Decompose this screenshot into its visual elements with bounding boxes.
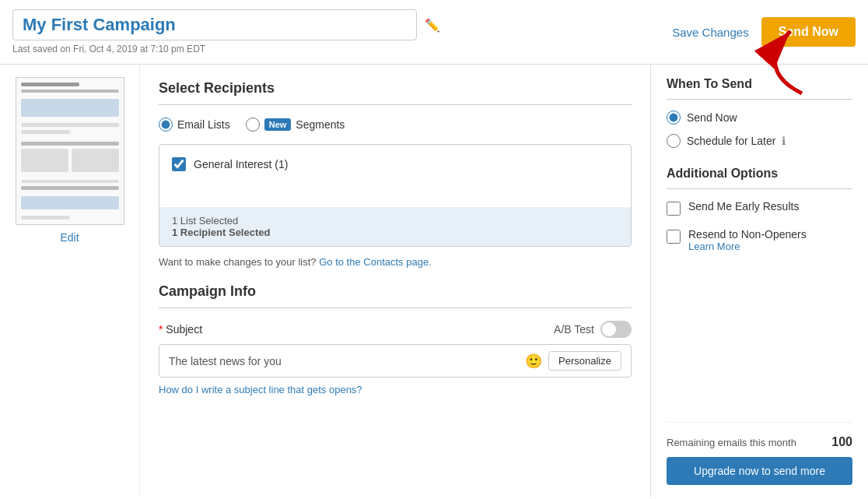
subject-input-row: 🙂 Personalize [159,344,632,378]
contacts-link[interactable]: Go to the Contacts page. [319,256,432,268]
recipients-divider [159,104,632,105]
early-results-label: Send Me Early Results [688,200,799,213]
email-lists-label: Email Lists [177,118,230,131]
emoji-icon[interactable]: 🙂 [525,353,542,370]
early-results-checkbox[interactable] [667,202,681,216]
thumb-image-2 [21,196,119,209]
resend-checkbox[interactable] [667,230,681,244]
personalize-button[interactable]: Personalize [548,351,621,371]
ab-test-row: A/B Test [554,321,632,338]
resend-text: Resend to Non-Openers Learn More [688,228,807,252]
segments-radio[interactable] [246,118,260,132]
thumb-line-2 [21,90,119,93]
list-footer: 1 List Selected 1 Recipient Selected [159,207,631,246]
header: My First Campaign ✏️ Last saved on Fri, … [0,0,868,65]
list-item-row: General Interest (1) [172,157,618,171]
schedule-later-radio-item: Schedule for Later ℹ [667,134,852,148]
schedule-later-radio-label: Schedule for Later [687,135,775,147]
recipients-radio-group: Email Lists New Segments [159,118,632,132]
campaign-info-section: Campaign Info * Subject A/B Test 🙂 Perso… [159,283,632,395]
edit-link[interactable]: Edit [60,231,79,244]
last-saved-text: Last saved on Fri, Oct 4, 2019 at 7:10 p… [12,44,440,54]
schedule-later-radio[interactable] [667,134,681,148]
remaining-row: Remaining emails this month 100 [667,435,852,449]
remaining-label: Remaining emails this month [667,437,796,448]
header-left: My First Campaign ✏️ Last saved on Fri, … [12,9,440,54]
thumb-block-left [21,149,68,172]
subject-input[interactable] [169,355,519,367]
resend-option: Resend to Non-Openers Learn More [667,228,852,252]
ab-test-toggle[interactable] [600,321,632,338]
right-sidebar: When To Send Send Now Schedule for Later… [650,65,868,497]
campaign-info-title: Campaign Info [159,283,632,300]
subject-label-wrapper: * Subject [159,323,202,336]
thumb-image-1 [21,99,119,117]
thumb-line-5 [21,142,119,146]
main-content: Edit Select Recipients Email Lists New S… [0,65,868,497]
contacts-text: Want to make changes to your list? Go to… [159,256,632,268]
email-lists-radio[interactable] [159,118,173,132]
subject-row: * Subject A/B Test [159,321,632,338]
learn-more-link[interactable]: Learn More [688,241,807,252]
campaign-title: My First Campaign [12,9,417,40]
form-panel: Select Recipients Email Lists New Segmen… [140,65,650,497]
upgrade-button[interactable]: Upgrade now to send more [667,457,852,485]
campaign-title-row: My First Campaign ✏️ [12,9,440,40]
list-box-items: General Interest (1) [159,145,631,207]
ab-test-label: A/B Test [554,323,594,336]
additional-options-divider [667,188,852,189]
email-lists-radio-item: Email Lists [159,118,230,132]
send-now-radio-item: Send Now [667,111,852,125]
remaining-count: 100 [831,435,852,449]
thumb-line-4 [21,130,70,134]
send-now-radio-label: Send Now [687,111,737,124]
general-interest-label: General Interest (1) [194,158,288,170]
general-interest-checkbox[interactable] [172,157,186,171]
email-thumbnail [16,77,124,225]
thumb-line-7 [21,186,119,190]
segments-radio-item: New Segments [246,118,345,132]
subject-label: Subject [166,323,202,336]
required-star: * [159,323,163,336]
additional-options-title: Additional Options [667,167,852,181]
thumbnail-panel: Edit [0,65,140,497]
thumb-block [21,149,119,172]
send-now-button[interactable]: Send Now [761,17,856,47]
when-to-send-divider [667,99,852,100]
segments-label: Segments [296,118,345,131]
info-icon[interactable]: ℹ [782,135,786,147]
recipients-section: Select Recipients Email Lists New Segmen… [159,80,632,268]
early-results-text: Send Me Early Results [688,200,799,213]
header-right: Save Changes Send Now [672,17,856,47]
new-badge: New [264,118,292,131]
resend-label: Resend to Non-Openers [688,228,807,241]
thumb-line-8 [21,216,70,220]
recipients-title: Select Recipients [159,80,632,97]
recipient-count-label: 1 Recipient Selected [172,227,618,238]
save-changes-button[interactable]: Save Changes [672,26,748,39]
campaign-info-divider [159,307,632,308]
edit-pencil-icon[interactable]: ✏️ [425,18,440,33]
thumb-line-1 [21,83,80,86]
list-count-label: 1 List Selected [172,215,618,227]
remaining-section: Remaining emails this month 100 Upgrade … [667,422,852,485]
list-box: General Interest (1) 1 List Selected 1 R… [159,144,632,247]
when-to-send-title: When To Send [667,77,852,91]
thumb-line-6 [21,180,119,184]
thumb-line-3 [21,123,119,127]
thumb-block-right [72,149,119,172]
send-now-radio[interactable] [667,111,681,125]
help-link[interactable]: How do I write a subject line that gets … [159,384,362,395]
early-results-option: Send Me Early Results [667,200,852,216]
